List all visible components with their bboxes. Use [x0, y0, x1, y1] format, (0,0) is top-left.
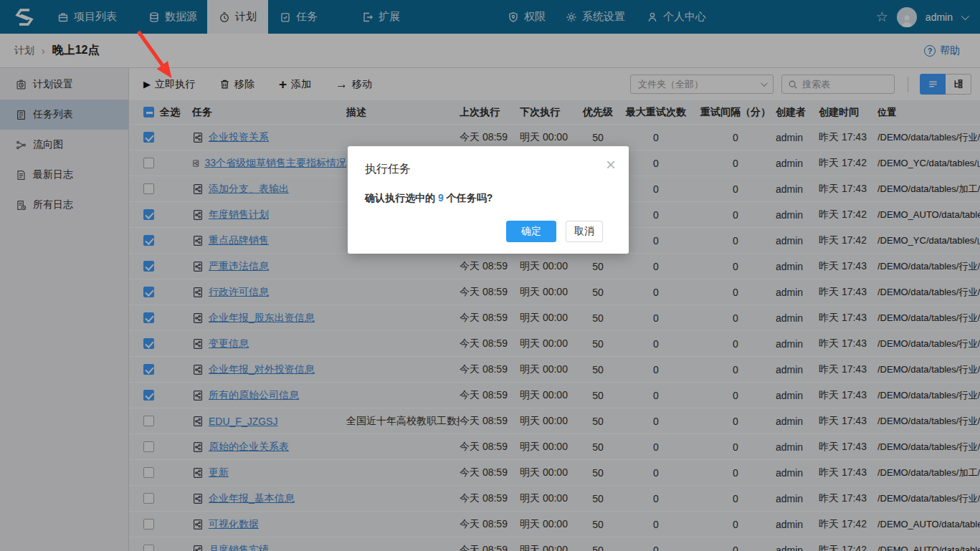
- close-icon[interactable]: ×: [606, 156, 616, 173]
- modal-mask[interactable]: [0, 0, 980, 551]
- execute-task-dialog: 执行任务 × 确认执行选中的9个任务吗? 确定 取消: [348, 146, 629, 254]
- dialog-title: 执行任务: [348, 146, 629, 177]
- confirm-button[interactable]: 确定: [506, 221, 556, 242]
- selected-count: 9: [438, 192, 444, 203]
- cancel-button[interactable]: 取消: [566, 221, 603, 242]
- app-root: 项目列表 数据源 计划 任务 扩展 权限: [0, 0, 980, 551]
- dialog-footer: 确定 取消: [506, 221, 603, 242]
- dialog-message: 确认执行选中的9个任务吗?: [348, 177, 629, 205]
